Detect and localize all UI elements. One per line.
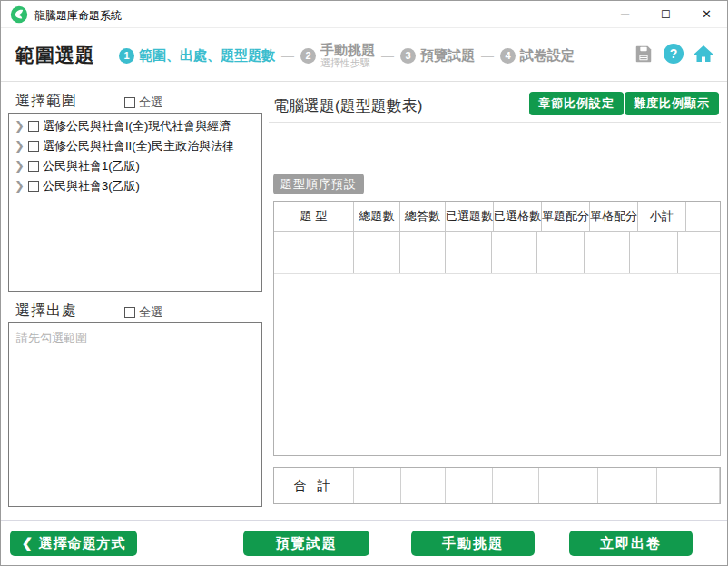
col-selected-questions: 已選題數 xyxy=(446,202,494,231)
col-question-type: 題 型 xyxy=(274,202,354,231)
empty-cell xyxy=(446,232,492,273)
tree-item-label: 選修公民與社會II(全)民主政治與法律 xyxy=(43,138,234,154)
empty-cell xyxy=(274,232,354,273)
tree-item-book-3[interactable]: ❯ 公民與社會1(乙版) xyxy=(9,156,261,176)
title-bar: 龍騰題庫命題系統 ─ ☐ ✕ xyxy=(1,1,727,28)
tree-item-label: 公民與社會1(乙版) xyxy=(43,158,140,174)
tree-item-label: 公民與社會3(乙版) xyxy=(43,178,140,194)
header-divider xyxy=(269,122,721,123)
col-subtotal: 小計 xyxy=(638,202,686,231)
step-2-label: 手動挑題 xyxy=(320,43,375,58)
empty-cell xyxy=(585,232,630,273)
source-placeholder-text: 請先勾選範圍 xyxy=(9,323,261,346)
total-cell xyxy=(401,468,446,503)
total-cell xyxy=(493,468,539,503)
step-separator: — xyxy=(481,48,494,63)
empty-cell xyxy=(354,232,400,273)
back-button-label: 選擇命題方式 xyxy=(38,535,125,551)
home-icon[interactable] xyxy=(693,43,714,65)
back-arrow-icon: ❮ xyxy=(22,535,34,551)
table-header-row: 題 型 總題數 總答數 已選題數 已選格數 單題配分 單格配分 小計 xyxy=(274,202,720,232)
step-3-label: 預覽試題 xyxy=(420,47,475,65)
range-tree: ❯ 選修公民與社會I(全)現代社會與經濟 ❯ 選修公民與社會II(全)民主政治與… xyxy=(8,113,262,292)
total-label: 合 計 xyxy=(274,468,354,503)
expand-chevron-icon[interactable]: ❯ xyxy=(14,156,25,176)
back-to-method-button[interactable]: ❮ 選擇命題方式 xyxy=(10,531,137,556)
source-select-all-label: 全選 xyxy=(139,304,162,321)
help-icon[interactable]: ? xyxy=(663,43,684,65)
app-window: 龍騰題庫命題系統 ─ ☐ ✕ 範圍選題 1 範圍、出處、題型題數 — 2 手動挑… xyxy=(0,0,728,566)
empty-cell xyxy=(400,232,446,273)
footer-divider xyxy=(1,520,727,521)
page-title: 範圍選題 xyxy=(15,43,95,68)
maximize-button[interactable]: ☐ xyxy=(645,1,686,28)
minimize-button[interactable]: ─ xyxy=(605,1,645,28)
step-2-number: 2 xyxy=(300,48,316,64)
tree-item-checkbox[interactable] xyxy=(28,181,39,192)
total-cell xyxy=(446,468,493,503)
expand-chevron-icon[interactable]: ❯ xyxy=(14,116,25,136)
generate-paper-button[interactable]: 立即出卷 xyxy=(569,531,693,556)
expand-chevron-icon[interactable]: ❯ xyxy=(14,136,25,156)
question-type-table: 題 型 總題數 總答數 已選題數 已選格數 單題配分 單格配分 小計 xyxy=(273,201,721,456)
col-total-questions: 總題數 xyxy=(354,202,400,231)
step-separator: — xyxy=(281,48,294,63)
difficulty-ratio-button[interactable]: 難度比例顯示 xyxy=(625,92,719,115)
step-1-number: 1 xyxy=(119,48,134,64)
total-cell xyxy=(354,468,401,503)
col-extra xyxy=(686,202,720,231)
tree-item-checkbox[interactable] xyxy=(28,121,39,132)
total-cell xyxy=(539,468,598,503)
col-points-per-cell: 單格配分 xyxy=(590,202,638,231)
table-empty-row xyxy=(274,232,720,274)
empty-cell xyxy=(678,232,720,273)
preview-questions-button[interactable]: 預覽試題 xyxy=(243,531,369,556)
empty-cell xyxy=(537,232,585,273)
source-list: 請先勾選範圍 xyxy=(8,322,262,507)
expand-chevron-icon[interactable]: ❯ xyxy=(14,176,25,196)
step-4-number: 4 xyxy=(500,48,516,64)
empty-cell xyxy=(492,232,537,273)
tree-item-checkbox[interactable] xyxy=(28,161,39,172)
step-3-number: 3 xyxy=(400,48,416,64)
page-header: 範圍選題 1 範圍、出處、題型題數 — 2 手動挑題 選擇性步驟 — 3 預覽試… xyxy=(1,29,727,82)
total-cell xyxy=(657,468,720,503)
range-select-all[interactable]: 全選 xyxy=(124,94,162,111)
source-section-title: 選擇出處 xyxy=(15,302,77,321)
wizard-steps: 1 範圍、出處、題型題數 — 2 手動挑題 選擇性步驟 — 3 預覽試題 — 4… xyxy=(119,29,575,82)
chapter-ratio-button[interactable]: 章節比例設定 xyxy=(529,92,624,115)
tree-item-book-4[interactable]: ❯ 公民與社會3(乙版) xyxy=(9,176,261,196)
manual-pick-button[interactable]: 手動挑題 xyxy=(411,531,535,556)
col-points-per-question: 單題配分 xyxy=(542,202,590,231)
range-section-title: 選擇範圍 xyxy=(15,92,77,111)
range-select-all-label: 全選 xyxy=(139,94,162,111)
step-2-manual-pick[interactable]: 2 手動挑題 選擇性步驟 xyxy=(300,43,375,69)
tree-item-book-2[interactable]: ❯ 選修公民與社會II(全)民主政治與法律 xyxy=(9,136,261,156)
save-icon[interactable] xyxy=(633,43,654,65)
app-logo-icon xyxy=(10,5,28,24)
type-order-default-badge[interactable]: 題型順序預設 xyxy=(273,174,364,194)
close-button[interactable]: ✕ xyxy=(686,1,727,28)
step-4-paper-settings[interactable]: 4 試卷設定 xyxy=(500,47,575,65)
step-separator: — xyxy=(381,48,394,63)
total-row: 合 計 xyxy=(273,467,721,504)
step-1-range[interactable]: 1 範圍、出處、題型題數 xyxy=(119,47,275,65)
empty-cell xyxy=(630,232,678,273)
col-selected-cells: 已選格數 xyxy=(494,202,542,231)
total-cell xyxy=(598,468,657,503)
col-total-answers: 總答數 xyxy=(400,202,446,231)
step-4-label: 試卷設定 xyxy=(520,47,575,65)
computer-selection-title: 電腦選題(題型題數表) xyxy=(273,95,422,116)
range-select-all-checkbox[interactable] xyxy=(124,97,135,108)
tree-item-checkbox[interactable] xyxy=(28,141,39,152)
app-title: 龍騰題庫命題系統 xyxy=(34,8,122,24)
step-1-label: 範圍、出處、題型題數 xyxy=(139,47,275,65)
step-3-preview[interactable]: 3 預覽試題 xyxy=(400,47,475,65)
tree-item-book-1[interactable]: ❯ 選修公民與社會I(全)現代社會與經濟 xyxy=(9,116,261,136)
source-select-all[interactable]: 全選 xyxy=(124,304,162,321)
tree-item-label: 選修公民與社會I(全)現代社會與經濟 xyxy=(43,118,231,134)
source-select-all-checkbox[interactable] xyxy=(124,307,135,318)
step-2-sublabel: 選擇性步驟 xyxy=(320,57,375,68)
